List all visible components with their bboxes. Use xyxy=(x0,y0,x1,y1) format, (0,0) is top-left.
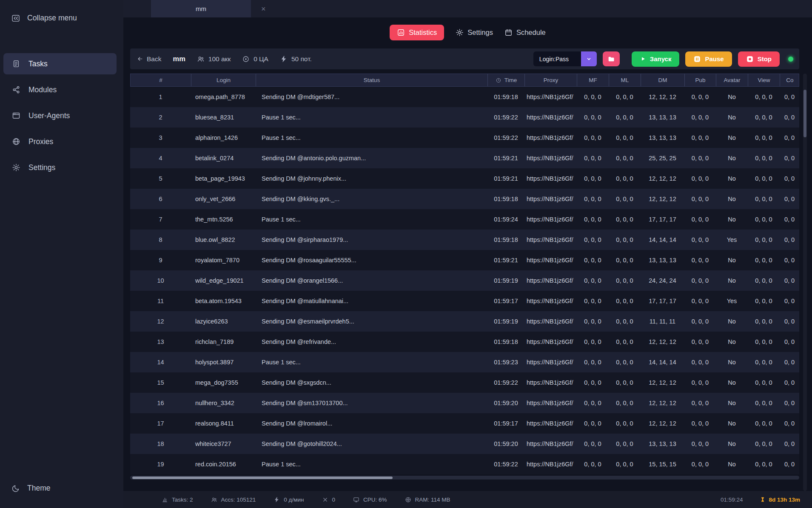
collapse-menu-button[interactable]: Collapse menu xyxy=(0,8,123,28)
back-label: Back xyxy=(147,55,161,63)
vertical-scrollbar[interactable] xyxy=(803,74,807,491)
open-folder-button[interactable] xyxy=(603,51,620,66)
cell-co: 0, 0 xyxy=(780,318,799,325)
table-row[interactable]: 18 whiteice3727 Sending DM @gotohill2024… xyxy=(130,434,799,454)
column-header-ml[interactable]: ML xyxy=(609,74,641,86)
cell-num: 17 xyxy=(130,420,191,427)
tab-settings[interactable]: Settings xyxy=(456,28,493,37)
table-row[interactable]: 16 nullhero_3342 Sending DM @sm137013700… xyxy=(130,393,799,413)
cell-num: 13 xyxy=(130,338,191,345)
horizontal-scrollbar-thumb[interactable] xyxy=(132,477,393,479)
table-row[interactable]: 9 royalatom_7870 Sending DM @rosaaguilar… xyxy=(130,250,799,270)
table-row[interactable]: 19 red.coin.20156 Pause 1 sec... 01:59:2… xyxy=(130,454,799,474)
back-button[interactable]: Back xyxy=(137,55,161,63)
column-header-view[interactable]: View xyxy=(748,74,780,86)
cell-proxy: https://NB1jz6Gf/ xyxy=(524,277,577,284)
cell-dm: 13, 13, 13 xyxy=(641,440,684,447)
status-errors-label: 0 xyxy=(332,497,336,503)
cell-co: 0, 0 xyxy=(780,94,799,100)
sidebar-item-user-agents[interactable]: User-Agents xyxy=(3,105,117,126)
cell-time: 01:59:20 xyxy=(487,400,524,406)
start-button[interactable]: Запуск xyxy=(632,51,680,67)
cell-avatar: No xyxy=(716,155,748,162)
table-row[interactable]: 8 blue.owl_8822 Sending DM @sirpharao197… xyxy=(130,230,799,250)
cell-status: Pause 1 sec... xyxy=(256,359,487,366)
cell-dm: 12, 12, 12 xyxy=(641,338,684,345)
tasks-icon xyxy=(12,60,20,68)
cell-pub: 0, 0, 0 xyxy=(684,236,716,243)
cell-num: 9 xyxy=(130,257,191,264)
table-row[interactable]: 1 omega.path_8778 Sending DM @mdtiger587… xyxy=(130,87,799,107)
cell-time: 01:59:22 xyxy=(487,134,524,141)
table-row[interactable]: 6 only_vet_2666 Sending DM @kking.gvs._.… xyxy=(130,189,799,209)
cell-time: 01:59:18 xyxy=(487,196,524,202)
cell-view: 0, 0, 0 xyxy=(748,338,780,345)
cell-mf: 0, 0, 0 xyxy=(577,155,609,162)
cell-num: 6 xyxy=(130,196,191,202)
cell-pub: 0, 0, 0 xyxy=(684,277,716,284)
cell-proxy: https://NB1jz6Gf/ xyxy=(524,257,577,264)
column-header-avatar[interactable]: Avatar xyxy=(716,74,748,86)
close-icon[interactable]: × xyxy=(259,3,268,14)
sidebar-item-settings[interactable]: Settings xyxy=(3,157,117,178)
tab-schedule-label: Schedule xyxy=(516,28,546,37)
theme-toggle[interactable]: Theme xyxy=(0,478,123,499)
column-header-login[interactable]: Login xyxy=(191,74,256,86)
column-header-pub[interactable]: Pub xyxy=(685,74,716,86)
sidebar-item-modules[interactable]: Modules xyxy=(3,79,117,100)
export-dropdown-button[interactable] xyxy=(581,51,597,66)
cell-mf: 0, 0, 0 xyxy=(577,277,609,284)
tab-statistics[interactable]: Statistics xyxy=(390,25,444,40)
cell-mf: 0, 0, 0 xyxy=(577,379,609,386)
cell-avatar: No xyxy=(716,94,748,100)
sidebar-item-tasks[interactable]: Tasks xyxy=(3,53,117,74)
login-pass-select[interactable]: Login:Pass xyxy=(533,51,581,66)
theme-icon xyxy=(11,484,20,493)
cell-view: 0, 0, 0 xyxy=(748,236,780,243)
table-row[interactable]: 15 mega_dog7355 Sending DM @sxgsdcn... 0… xyxy=(130,372,799,393)
cell-num: 7 xyxy=(130,216,191,223)
cell-co: 0, 0 xyxy=(780,338,799,345)
pause-button[interactable]: Pause xyxy=(685,51,732,67)
column-header-num[interactable]: # xyxy=(131,74,191,86)
table-row[interactable]: 4 betalink_0274 Sending DM @antonio.polo… xyxy=(130,148,799,168)
cell-mf: 0, 0, 0 xyxy=(577,216,609,223)
cell-status: Sending DM @sm137013700... xyxy=(256,400,487,406)
settings-icon xyxy=(12,163,20,172)
column-header-mf[interactable]: MF xyxy=(577,74,609,86)
users-icon xyxy=(211,497,217,503)
modules-icon xyxy=(12,85,20,94)
table-row[interactable]: 5 beta_page_19943 Sending DM @johnny.phe… xyxy=(130,168,799,189)
table-row[interactable]: 17 realsong.8411 Sending DM @lromairol..… xyxy=(130,413,799,434)
cell-view: 0, 0, 0 xyxy=(748,298,780,304)
table-row[interactable]: 7 the_mtn.5256 Pause 1 sec... 01:59:24 h… xyxy=(130,209,799,230)
cell-dm: 14, 14, 14 xyxy=(641,359,684,366)
column-header-co[interactable]: Co xyxy=(780,74,800,86)
vertical-scrollbar-thumb[interactable] xyxy=(803,90,806,137)
task-tab-mm[interactable]: mm xyxy=(151,0,251,17)
target-icon xyxy=(242,55,250,63)
tab-schedule[interactable]: Schedule xyxy=(504,28,546,37)
column-header-status[interactable]: Status xyxy=(256,74,488,86)
table-row[interactable]: 10 wild_edge_19021 Sending DM @orangel15… xyxy=(130,270,799,291)
column-header-proxy[interactable]: Proxy xyxy=(525,74,577,86)
cell-time: 01:59:17 xyxy=(487,420,524,427)
horizontal-scrollbar[interactable] xyxy=(130,476,799,480)
column-header-dm[interactable]: DM xyxy=(641,74,685,86)
table-row[interactable]: 3 alphairon_1426 Pause 1 sec... 01:59:22… xyxy=(130,128,799,148)
cell-time: 01:59:21 xyxy=(487,155,524,162)
cell-mf: 0, 0, 0 xyxy=(577,134,609,141)
stop-button[interactable]: Stop xyxy=(738,51,780,67)
status-uptime: 8d 13h 13m xyxy=(760,497,800,503)
cell-ml: 0, 0, 0 xyxy=(609,236,641,243)
sidebar-item-proxies[interactable]: Proxies xyxy=(3,131,117,152)
status-cpu-label: CPU: 6% xyxy=(363,497,387,503)
cell-login: lazyice6263 xyxy=(191,318,256,325)
cell-num: 4 xyxy=(130,155,191,162)
column-header-time[interactable]: Time xyxy=(488,74,525,86)
table-row[interactable]: 13 richclan_7189 Sending DM @refrivande.… xyxy=(130,332,799,352)
table-row[interactable]: 2 bluesea_8231 Pause 1 sec... 01:59:22 h… xyxy=(130,107,799,128)
table-row[interactable]: 12 lazyice6263 Sending DM @esmaeilprvrde… xyxy=(130,311,799,332)
table-row[interactable]: 14 holyspot.3897 Pause 1 sec... 01:59:23… xyxy=(130,352,799,372)
table-row[interactable]: 11 beta.atom.19543 Sending DM @matiullah… xyxy=(130,291,799,311)
